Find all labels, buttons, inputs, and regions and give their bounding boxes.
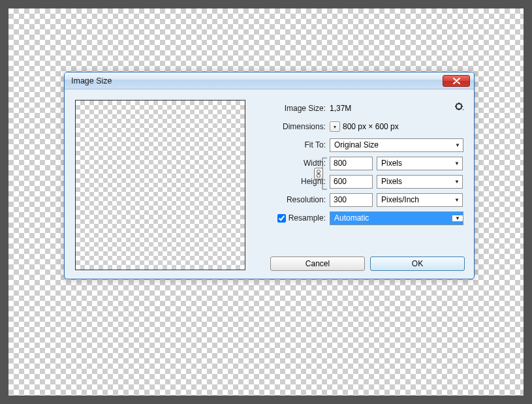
width-row: Width: Pixels ▼	[255, 156, 465, 170]
width-unit-value: Pixels	[381, 159, 402, 168]
chevron-down-icon: ▼	[452, 215, 463, 221]
image-size-label: Image Size:	[255, 104, 330, 113]
constrain-proportions-toggle[interactable]	[314, 168, 323, 179]
svg-line-7	[461, 108, 462, 109]
resolution-row: Resolution: Pixels/Inch ▼	[255, 193, 465, 207]
svg-line-9	[461, 104, 462, 104]
resample-method-select[interactable]: Automatic ▼	[330, 211, 463, 225]
height-unit-select[interactable]: Pixels ▼	[377, 175, 463, 189]
fit-to-row: Fit To: Original Size ▼	[255, 138, 465, 152]
image-size-dialog: Image Size	[64, 72, 475, 279]
width-unit-select[interactable]: Pixels ▼	[377, 157, 463, 170]
resample-checkbox[interactable]	[277, 214, 286, 223]
image-size-form: Image Size: 1,37M Dimensions: ▾ 800 px ×…	[255, 100, 465, 271]
svg-point-1	[458, 106, 460, 108]
image-preview	[75, 100, 245, 270]
resample-row: Resample: Automatic ▼	[255, 211, 465, 225]
image-size-row: Image Size: 1,37M	[255, 101, 465, 116]
cancel-button[interactable]: Cancel	[270, 256, 365, 271]
fit-to-value: Original Size	[334, 140, 379, 149]
svg-line-6	[456, 104, 457, 104]
settings-gear-button[interactable]	[454, 101, 465, 112]
resolution-input[interactable]	[330, 193, 373, 207]
dialog-titlebar[interactable]: Image Size	[65, 72, 474, 89]
dialog-title: Image Size	[71, 76, 443, 85]
image-size-value: 1,37M	[330, 104, 351, 113]
svg-point-10	[463, 109, 464, 110]
chevron-down-icon: ▼	[452, 179, 460, 185]
dimensions-value: 800 px × 600 px	[343, 122, 399, 131]
dimensions-unit-dropdown[interactable]: ▾	[330, 121, 340, 132]
resolution-unit-value: Pixels/Inch	[381, 195, 419, 204]
close-icon	[453, 78, 460, 84]
width-input[interactable]	[330, 157, 373, 170]
chain-link-icon	[316, 170, 321, 178]
height-input[interactable]	[330, 175, 373, 189]
resolution-label: Resolution:	[255, 195, 330, 204]
close-button[interactable]	[443, 75, 470, 87]
gear-icon	[454, 101, 465, 112]
fit-to-label: Fit To:	[255, 140, 330, 149]
height-unit-value: Pixels	[381, 177, 402, 186]
chevron-down-icon: ▼	[452, 197, 460, 203]
chevron-down-icon: ▼	[452, 161, 460, 166]
ok-button[interactable]: OK	[370, 256, 465, 271]
dimensions-row: Dimensions: ▾ 800 px × 600 px	[255, 119, 465, 134]
resample-label: Resample:	[289, 213, 326, 223]
svg-line-8	[456, 108, 457, 109]
resolution-unit-select[interactable]: Pixels/Inch ▼	[377, 193, 463, 207]
dimensions-label: Dimensions:	[255, 122, 330, 131]
fit-to-select[interactable]: Original Size ▼	[330, 138, 463, 152]
chevron-down-icon: ▼	[452, 142, 460, 148]
height-row: Height: Pixels ▼	[255, 174, 465, 189]
resample-method-value: Automatic	[334, 213, 369, 223]
